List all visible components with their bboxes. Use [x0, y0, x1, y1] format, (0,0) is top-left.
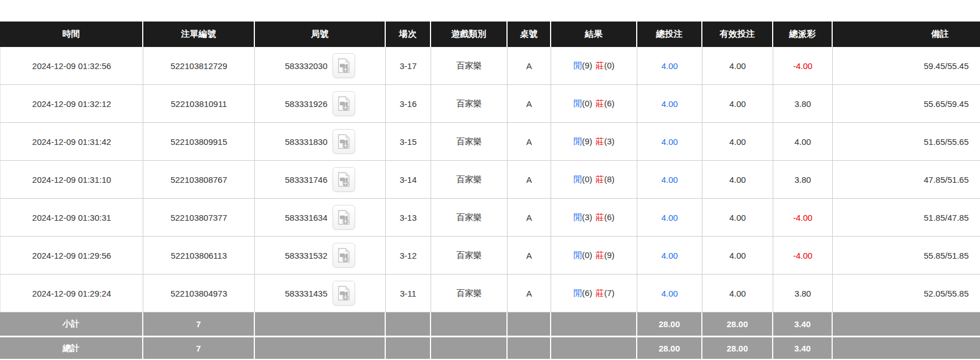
- cell-bet-id: 522103808767: [143, 161, 255, 199]
- banker-score: (0): [604, 61, 615, 70]
- cell-game-type: 百家樂: [431, 85, 508, 123]
- subtotal-empty-cell: [431, 312, 508, 336]
- header-valid-bet: 有效投注: [702, 22, 773, 47]
- table-footer: 小計 7 28.00 28.00 3.40 總計 7 28.0: [0, 312, 980, 359]
- banker-score: (3): [604, 136, 615, 146]
- round-number: 583331746: [285, 175, 327, 185]
- cell-remark: 51.85/47.85: [833, 199, 980, 237]
- video-camera-icon: [336, 209, 351, 225]
- subtotal-empty-cell: [508, 312, 551, 336]
- player-label: 閒: [573, 250, 582, 260]
- banker-label: 莊: [596, 288, 604, 298]
- cell-game-type: 百家樂: [431, 123, 508, 161]
- cell-time: 2024-12-09 01:31:10: [0, 161, 143, 199]
- cell-remark: 59.45/55.45: [833, 47, 980, 85]
- cell-total-bet: 4.00: [637, 237, 702, 275]
- table-row: 2024-12-09 01:31:10 522103808767 5833317…: [0, 161, 980, 199]
- banker-score: (8): [604, 174, 615, 184]
- cell-time: 2024-12-09 01:32:56: [0, 47, 143, 85]
- cell-time: 2024-12-09 01:32:12: [0, 85, 143, 123]
- table-body: 2024-12-09 01:32:56 522103812729 5833320…: [0, 47, 980, 312]
- cell-valid-bet: 4.00: [702, 85, 773, 123]
- round-number: 583331634: [285, 213, 327, 222]
- banker-score: (6): [604, 212, 615, 222]
- grandtotal-empty-cell: [431, 336, 508, 359]
- round-number: 583331926: [285, 99, 327, 109]
- subtotal-empty-cell: [833, 312, 980, 336]
- cell-game-type: 百家樂: [431, 199, 508, 237]
- cell-payout: -4.00: [773, 237, 833, 275]
- cell-table-no: A: [508, 199, 551, 237]
- video-replay-button[interactable]: [333, 91, 355, 116]
- player-label: 閒: [573, 288, 582, 298]
- cell-session: 3-11: [386, 275, 431, 312]
- cell-result: 閒(3)莊(6): [551, 199, 637, 237]
- cell-payout: 3.80: [773, 161, 833, 199]
- header-time: 時間: [0, 22, 143, 47]
- video-replay-button[interactable]: [333, 53, 355, 78]
- cell-result: 閒(0)莊(8): [551, 161, 637, 199]
- cell-result: 閒(9)莊(3): [551, 123, 637, 161]
- video-replay-button[interactable]: [333, 205, 355, 230]
- video-replay-button[interactable]: [333, 243, 355, 268]
- banker-label: 莊: [596, 250, 604, 260]
- table-row: 2024-12-09 01:32:12 522103810911 5833319…: [0, 85, 980, 123]
- cell-total-bet: 4.00: [637, 161, 702, 199]
- header-remark: 備註: [833, 22, 980, 47]
- cell-table-no: A: [508, 161, 551, 199]
- video-replay-button[interactable]: [333, 129, 355, 154]
- player-score: (6): [582, 288, 592, 298]
- player-label: 閒: [573, 98, 582, 108]
- cell-payout: -4.00: [773, 199, 833, 237]
- grandtotal-label: 總計: [0, 336, 143, 359]
- cell-table-no: A: [508, 237, 551, 275]
- grandtotal-empty-cell: [508, 336, 551, 359]
- grandtotal-empty-cell: [833, 336, 980, 359]
- round-number: 583331830: [285, 137, 327, 147]
- banker-label: 莊: [596, 212, 604, 222]
- banker-score: (6): [604, 98, 615, 108]
- grandtotal-row: 總計 7 28.00 28.00 3.40: [0, 336, 980, 359]
- cell-total-bet: 4.00: [637, 199, 702, 237]
- cell-remark: 52.05/55.85: [833, 275, 980, 312]
- cell-bet-id: 522103804973: [143, 275, 255, 312]
- table-header: 時間 注單編號 局號 場次 遊戲類別 桌號 結果 總投注 有效投注 總派彩 備註: [0, 22, 980, 47]
- cell-session: 3-16: [386, 85, 431, 123]
- cell-valid-bet: 4.00: [702, 47, 773, 85]
- cell-session: 3-14: [386, 161, 431, 199]
- video-camera-icon: [336, 285, 351, 301]
- header-table-no: 桌號: [508, 22, 551, 47]
- cell-valid-bet: 4.00: [702, 199, 773, 237]
- cell-remark: 51.65/55.65: [833, 123, 980, 161]
- player-score: (9): [582, 61, 592, 70]
- header-total-bet: 總投注: [637, 22, 702, 47]
- cell-bet-id: 522103807377: [143, 199, 255, 237]
- cell-total-bet: 4.00: [637, 123, 702, 161]
- cell-round-no: 583331435: [255, 275, 386, 312]
- video-camera-icon: [336, 172, 351, 187]
- table-row: 2024-12-09 01:30:31 522103807377 5833316…: [0, 199, 980, 237]
- cell-session: 3-13: [386, 199, 431, 237]
- table-row: 2024-12-09 01:29:56 522103806113 5833315…: [0, 237, 980, 275]
- grandtotal-empty-cell: [551, 336, 637, 359]
- subtotal-total-bet: 28.00: [637, 312, 702, 336]
- round-number: 583331435: [285, 289, 327, 298]
- cell-bet-id: 522103806113: [143, 237, 255, 275]
- cell-remark: 47.85/51.65: [833, 161, 980, 199]
- cell-round-no: 583331926: [255, 85, 386, 123]
- subtotal-empty-cell: [551, 312, 637, 336]
- cell-valid-bet: 4.00: [702, 123, 773, 161]
- video-replay-button[interactable]: [333, 281, 355, 306]
- player-score: (0): [582, 98, 592, 108]
- player-label: 閒: [573, 136, 582, 146]
- grandtotal-count: 7: [143, 336, 255, 359]
- banker-score: (9): [604, 250, 615, 260]
- subtotal-empty-cell: [386, 312, 431, 336]
- subtotal-payout: 3.40: [773, 312, 833, 336]
- cell-remark: 55.85/51.85: [833, 237, 980, 275]
- cell-payout: -4.00: [773, 47, 833, 85]
- cell-game-type: 百家樂: [431, 161, 508, 199]
- cell-time: 2024-12-09 01:30:31: [0, 199, 143, 237]
- cell-session: 3-12: [386, 237, 431, 275]
- video-replay-button[interactable]: [333, 167, 355, 192]
